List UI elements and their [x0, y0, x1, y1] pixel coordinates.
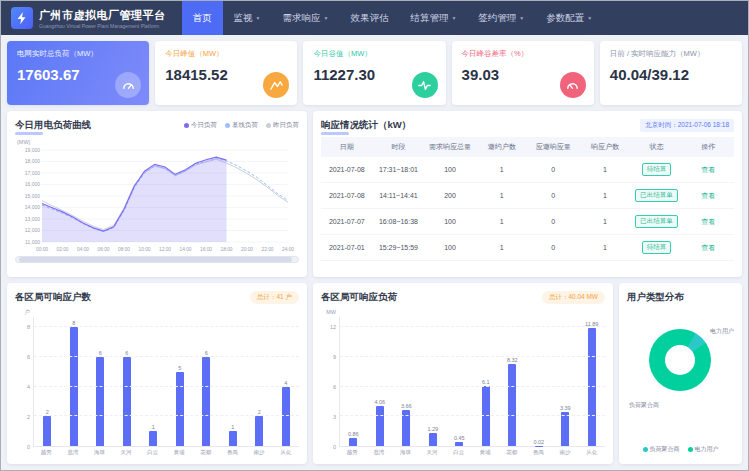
chevron-down-icon: ▼ [323, 15, 328, 21]
legend-item[interactable]: 昨日负荷 [266, 121, 299, 130]
donut-label-minor: 负荷聚合商 [629, 401, 659, 410]
nav-item-home[interactable]: 首页 [182, 1, 223, 35]
beijing-time-badge: 北京时间：2021-07-06 18:18 [640, 119, 734, 132]
nav-item-effect-evaluation[interactable]: 效果评估 [339, 1, 399, 35]
svg-text:14:00: 14:00 [179, 247, 191, 252]
column-header: 需求响应总量 [424, 137, 476, 157]
legend-item[interactable]: 负荷聚合商 [643, 445, 680, 454]
bar-column: 8 [61, 317, 88, 446]
status-badge: 待结算 [642, 241, 672, 254]
gridline [34, 415, 299, 416]
response-stats-panel: 响应情况统计（kW） 北京时间：2021-07-06 18:18 日期时段需求响… [313, 111, 742, 277]
legend-item[interactable]: 电力用户 [688, 445, 719, 454]
x-tick-label: 荔湾 [366, 449, 393, 456]
chevron-down-icon: ▼ [587, 15, 592, 21]
nav-item-contract[interactable]: 签约管理▼ [467, 1, 535, 35]
kpi-label: 日前 / 实时响应能力（MW） [610, 49, 732, 59]
chart-zoom-scrollbar[interactable] [15, 256, 299, 263]
table-row: 2021-07-0817:31~18:01100101待结算查看 [321, 157, 734, 183]
column-header: 日期 [321, 137, 373, 157]
view-link[interactable]: 查看 [701, 166, 715, 173]
view-link[interactable]: 查看 [701, 192, 715, 199]
bar [202, 357, 210, 446]
x-tick-label: 荔湾 [60, 449, 87, 456]
kpi-card-response-capacity: 日前 / 实时响应能力（MW）40.04/39.12 [600, 41, 742, 105]
legend-item[interactable]: 今日负荷 [184, 121, 217, 130]
x-tick-label: 白云 [445, 449, 472, 456]
district-users-panel: 各区局可响应户数 总计：41 户 户024682866156124 越秀荔湾海珠… [7, 283, 307, 464]
svg-text:19,000: 19,000 [25, 147, 41, 153]
x-tick-label: 天河 [113, 449, 140, 456]
bar [429, 433, 437, 446]
nav-item-parameters[interactable]: 参数配置▼ [535, 1, 603, 35]
svg-text:13,000: 13,000 [25, 216, 41, 222]
bar-value: 8.32 [507, 357, 518, 363]
y-tick-label: 9 [333, 354, 336, 360]
x-tick-label: 南沙 [246, 449, 273, 456]
district-users-total-badge: 总计：41 户 [250, 291, 299, 304]
bar-value: 5 [178, 365, 181, 371]
view-link[interactable]: 查看 [701, 244, 715, 251]
nav-item-demand-response[interactable]: 需求响应▼ [271, 1, 339, 35]
bar-column: 2 [246, 317, 273, 446]
scrollbar-thumb[interactable] [19, 257, 293, 262]
y-tick-label: 3 [333, 414, 336, 420]
district-users-chart: 户024682866156124 越秀荔湾海珠天河白云黄埔花都番禺南沙从化 [15, 317, 299, 456]
legend-item[interactable]: 基线负荷 [225, 121, 258, 130]
kpi-card-peak-valley-rate: 今日峰谷差率（%）39.03 [452, 41, 594, 105]
gridline [340, 415, 605, 416]
mid-row: 今日用电负荷曲线 今日负荷基线负荷昨日负荷 (MW) 11,00012,0001… [7, 111, 742, 277]
legend-dot [225, 123, 230, 128]
bar-value: 3.66 [401, 403, 412, 409]
column-header: 操作 [682, 137, 734, 157]
column-header: 状态 [631, 137, 683, 157]
user-type-chart: 电力用户 负荷聚合商 [627, 309, 734, 443]
nav-item-monitor[interactable]: 监视▼ [223, 1, 272, 35]
svg-text:08:00: 08:00 [118, 247, 130, 252]
bar [176, 372, 184, 446]
view-link[interactable]: 查看 [701, 218, 715, 225]
district-load-title: 各区局可响应负荷 [321, 291, 397, 304]
x-tick-label: 花都 [499, 449, 526, 456]
user-type-panel: 用户类型分布 电力用户 负荷聚合商 负荷聚合商电力用户 [619, 283, 742, 464]
load-curve-chart: 11,00012,00013,00014,00015,00016,00017,0… [15, 145, 299, 253]
x-tick-label: 越秀 [339, 449, 366, 456]
svg-text:12:00: 12:00 [159, 247, 171, 252]
gridline [34, 386, 299, 387]
legend-dot [266, 123, 271, 128]
y-tick-label: 0 [333, 444, 336, 450]
bar-column: 3.66 [393, 317, 420, 446]
chevron-down-icon: ▼ [519, 15, 524, 21]
column-header: 响应户数 [579, 137, 631, 157]
nav-item-settlement[interactable]: 结算管理▼ [399, 1, 467, 35]
gridline [340, 356, 605, 357]
bar-column: 1.29 [420, 317, 447, 446]
kpi-card-today-peak: 今日峰值（MW）18415.52 [155, 41, 297, 105]
status-badge: 待结算 [642, 163, 672, 176]
x-tick-label: 花都 [193, 449, 220, 456]
chevron-down-icon: ▼ [451, 15, 456, 21]
bottom-row: 各区局可响应户数 总计：41 户 户024682866156124 越秀荔湾海珠… [7, 283, 742, 464]
response-table: 日期时段需求响应总量邀约户数应邀响应量响应户数状态操作 2021-07-0817… [321, 137, 734, 261]
svg-text:15,000: 15,000 [25, 193, 41, 199]
bar-column: 2 [34, 317, 61, 446]
y-tick-label: 6 [27, 354, 30, 360]
app-title: 广州市虚拟电厂管理平台 [39, 8, 166, 23]
top-navbar: 广州市虚拟电厂管理平台 Guangzhou Virtual Power Plan… [1, 1, 748, 35]
bar [123, 357, 131, 446]
status-badge: 已出结算单 [635, 215, 678, 228]
bar-column: 6 [114, 317, 141, 446]
brand-text: 广州市虚拟电厂管理平台 Guangzhou Virtual Power Plan… [39, 8, 166, 29]
y-tick-label: 4 [27, 384, 30, 390]
x-tick-label: 天河 [419, 449, 446, 456]
bar [255, 416, 263, 446]
bar-column: 1 [220, 317, 247, 446]
svg-text:22:00: 22:00 [261, 247, 273, 252]
bar-value: 0.86 [348, 431, 359, 437]
svg-text:10:00: 10:00 [138, 247, 150, 252]
bar-column: 4.06 [367, 317, 394, 446]
x-tick-label: 番禺 [525, 449, 552, 456]
district-users-title: 各区局可响应户数 [15, 291, 91, 304]
main-content: 电网实时总负荷（MW）17603.67今日峰值（MW）18415.52今日谷值（… [1, 35, 748, 470]
svg-text:18,000: 18,000 [25, 158, 41, 164]
